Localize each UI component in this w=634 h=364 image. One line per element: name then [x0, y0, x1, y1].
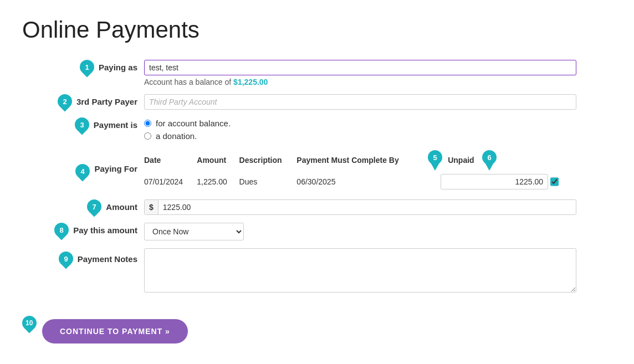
pay-frequency-select[interactable]: Once Now Monthly Weekly [144, 223, 244, 240]
step-badge-1: 1 [77, 57, 98, 78]
radio-donation-input[interactable] [144, 132, 151, 140]
step-badge-5: 5 [427, 151, 443, 170]
step-badge-10: 10 [19, 313, 40, 334]
cell-date: 07/01/2024 [144, 172, 197, 192]
cell-must-complete: 06/30/2025 [296, 172, 427, 192]
radio-account-balance-input[interactable] [144, 120, 151, 127]
amount-label: Amount [106, 202, 137, 212]
balance-amount: $1,225.00 [233, 78, 268, 86]
paying-for-label: Paying For [94, 164, 137, 173]
paying-as-label: Paying as [99, 63, 137, 72]
step-badge-3: 3 [71, 115, 92, 135]
radio-account-balance[interactable]: for account balance. [144, 119, 576, 128]
step-badge-6: 6 [481, 151, 498, 170]
col-date: Date [144, 148, 197, 172]
pay-this-amount-label: Pay this amount [73, 225, 137, 235]
third-party-input[interactable] [144, 94, 576, 110]
cell-unpaid [427, 172, 576, 192]
continue-to-payment-button[interactable]: CONTINUE TO PAYMENT » [42, 319, 188, 344]
svg-text:5: 5 [433, 153, 437, 162]
amount-input[interactable] [158, 200, 576, 214]
step-badge-8: 8 [52, 220, 72, 240]
step-badge-9: 9 [55, 249, 76, 269]
third-party-label: 3rd Party Payer [76, 97, 137, 106]
paying-for-table: Date Amount Description Payment Must Com… [144, 148, 576, 192]
unpaid-checkbox[interactable] [550, 177, 558, 186]
amount-input-wrapper: $ [144, 199, 576, 215]
page-title: Online Payments [22, 17, 612, 43]
paying-as-input[interactable] [144, 60, 576, 75]
unpaid-header-label: Unpaid [448, 156, 474, 165]
radio-donation[interactable]: a donation. [144, 131, 576, 141]
continue-row: 10 CONTINUE TO PAYMENT » [22, 303, 612, 344]
step-badge-2: 2 [55, 91, 75, 112]
cell-amount: 1,225.00 [197, 172, 239, 192]
col-unpaid: 5 Unpaid 6 [427, 148, 576, 172]
unpaid-checkbox-row [441, 174, 559, 189]
radio-donation-label: a donation. [156, 131, 197, 141]
payment-notes-textarea[interactable] [144, 248, 576, 293]
payment-type-group: for account balance. a donation. [144, 117, 576, 141]
paying-for-section: Date Amount Description Payment Must Com… [144, 148, 576, 192]
svg-marker-4 [484, 161, 495, 171]
payment-is-label: Payment is [94, 120, 137, 130]
unpaid-amount-input[interactable] [441, 174, 549, 189]
col-description: Description [239, 148, 297, 172]
payment-notes-label: Payment Notes [78, 254, 137, 264]
table-row: 07/01/2024 1,225.00 Dues 06/30/2025 [144, 172, 576, 192]
svg-text:6: 6 [487, 153, 491, 162]
step-badge-4: 4 [73, 161, 93, 182]
radio-account-balance-label: for account balance. [156, 119, 231, 128]
cell-description: Dues [239, 172, 297, 192]
svg-marker-1 [430, 161, 441, 171]
dollar-sign: $ [145, 200, 158, 214]
col-must-complete: Payment Must Complete By [296, 148, 427, 172]
col-amount: Amount [197, 148, 239, 172]
balance-text: Account has a balance of $1,225.00 [144, 78, 576, 86]
step-badge-7: 7 [84, 197, 105, 217]
